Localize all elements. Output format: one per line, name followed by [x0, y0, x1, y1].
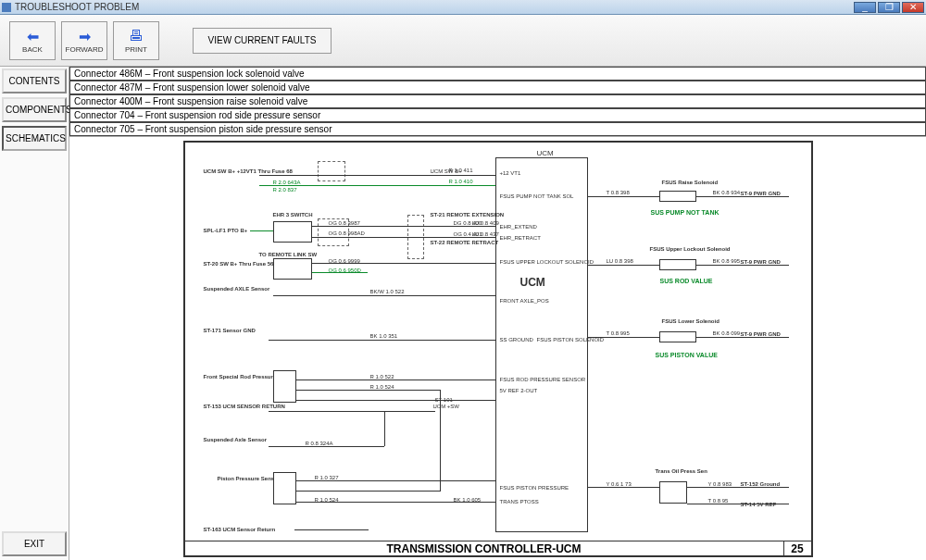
- sidebar: CONTENTS COMPONENTS SCHEMATICS EXIT: [0, 67, 69, 560]
- wire: [696, 265, 789, 266]
- wire: [259, 175, 495, 176]
- arrow-right-icon: ➡: [79, 27, 91, 45]
- wire: [588, 196, 659, 197]
- printer-icon: 🖶: [129, 27, 144, 45]
- wire: [687, 487, 789, 488]
- lower-sol-box: [659, 331, 696, 342]
- wire: [696, 196, 789, 197]
- v12-label: +12 VT1: [500, 170, 521, 177]
- wire-label: LU 0.8 398: [607, 258, 633, 265]
- arrow-left-icon: ⬅: [27, 27, 39, 45]
- rod-press-label: FSUS ROD PRESSURE SENSOR: [500, 377, 586, 383]
- sidebar-components[interactable]: COMPONENTS: [2, 97, 67, 122]
- sus-rod-text: SUS ROD VALUE: [660, 278, 713, 285]
- window-titlebar: TROUBLESHOOT PROBLEM _ ❐ ✕: [0, 0, 926, 15]
- wire-label: BK 0.8 934: [713, 190, 741, 196]
- sus-pump-text: SUS PUMP NOT TANK: [651, 209, 720, 217]
- wire-green: [250, 230, 273, 231]
- app-icon: [2, 3, 11, 12]
- sus-piston-text: SUS PISTON VALUE: [656, 352, 718, 359]
- maximize-button[interactable]: ❐: [878, 2, 900, 13]
- wire: [384, 411, 385, 446]
- wire: [296, 380, 495, 380]
- trans-oil-label: Trans Oil Press Sen: [656, 468, 707, 475]
- connector-row[interactable]: Connector 486M – Front suspension lock s…: [69, 67, 926, 81]
- wire-label: BK 1.0 351: [370, 333, 398, 340]
- wire-label: BK 0.8 099: [713, 330, 741, 337]
- connector-row[interactable]: Connector 705 – Front suspension piston …: [69, 122, 926, 136]
- schematic-drawing: UCM UCM UCM SW B+ +12VT1 Thru Fuse 68 EH…: [183, 141, 813, 557]
- ehr-switch-label: EHR 3 SWITCH: [273, 212, 313, 218]
- schematic-title-band: TRANSMISSION CONTROLLER-UCM 25: [185, 541, 811, 555]
- remote-link-label: TO REMOTE LINK SW: [259, 252, 318, 258]
- st21-label: ST-21 REMOTE EXTENSION: [431, 212, 505, 218]
- view-current-faults-button[interactable]: VIEW CURRENT FAULTS: [193, 28, 332, 54]
- schematic-viewport[interactable]: UCM UCM UCM SW B+ +12VT1 Thru Fuse 68 EH…: [69, 137, 926, 560]
- wire-label: LU 0.8 437: [472, 231, 499, 238]
- print-button[interactable]: 🖶 PRINT: [113, 21, 159, 60]
- wire-label: R 1.0 411: [449, 168, 473, 174]
- st22-label: ST-22 REMOTE RETRACT: [431, 240, 499, 246]
- connector-row[interactable]: Connector 400M – Front suspension raise …: [69, 94, 926, 108]
- ucm-label: UCM: [520, 277, 545, 289]
- close-button[interactable]: ✕: [902, 2, 924, 13]
- wire-label: OG 0.8 998AD: [329, 230, 365, 237]
- wire-label: T 0.8 95: [708, 498, 729, 504]
- back-button[interactable]: ⬅ BACK: [9, 21, 56, 60]
- wire-label: T 0.8 995: [607, 330, 630, 337]
- raise-sol-label: FSUS Raise Solenoid: [662, 180, 719, 186]
- wire-label: OG 0.6 950D: [329, 268, 361, 274]
- wire-label: R 1.0 522: [370, 374, 394, 380]
- schematic-title: TRANSMISSION CONTROLLER-UCM: [185, 541, 783, 555]
- st163-label: ST-163 UCM Sensor Return: [204, 527, 276, 533]
- ehr-ext-label: EHR_EXTEND: [500, 224, 537, 230]
- wire: [440, 390, 441, 492]
- wire-label: LU 0.8 409: [472, 220, 499, 227]
- sidebar-schematics[interactable]: SCHEMATICS: [2, 126, 67, 151]
- content-pane: Connector 486M – Front suspension lock s…: [69, 67, 926, 560]
- ucm-sw2-label: UCM +SW: [433, 404, 460, 410]
- wire-label: R 1.0 524: [370, 384, 394, 391]
- wire: [696, 337, 789, 338]
- wire-label: OG 0.6 9999: [329, 258, 360, 265]
- upper-lock-box: [659, 259, 696, 270]
- sidebar-exit[interactable]: EXIT: [2, 531, 67, 556]
- wire-label: BK/W 1.0 522: [370, 289, 405, 295]
- raise-sol-box: [659, 191, 696, 202]
- wire-label: OG 0.8 3987: [329, 220, 360, 227]
- connector-row[interactable]: Connector 704 – Front suspension rod sid…: [69, 108, 926, 122]
- spl-label: SPL-LF1 PTO B+: [204, 228, 248, 234]
- toolbar: ⬅ BACK ➡ FORWARD 🖶 PRINT VIEW CURRENT FA…: [0, 15, 926, 67]
- minimize-button[interactable]: _: [854, 2, 876, 13]
- remote-switch-box: [273, 258, 312, 280]
- wire-label: Y 0.6 1 73: [607, 481, 632, 488]
- piston-label: Piston Pressure Sensor: [218, 476, 281, 482]
- wire: [273, 295, 495, 296]
- piston-press-label: FSUS PISTON PRESSURE: [500, 485, 569, 492]
- wire-label: T 0.8 398: [607, 190, 630, 196]
- svg-rect-0: [2, 3, 11, 12]
- susp-axle2-label: Suspended Axle Sensor: [204, 437, 267, 443]
- wire: [588, 265, 659, 266]
- ucm-sw-label: UCM SW B+ +12VT1 Thru Fuse 68: [204, 168, 293, 175]
- axle-pos-label: FRONT AXLE_POS: [500, 298, 549, 305]
- wire-label: R 2.0 643A: [273, 180, 301, 186]
- sidebar-contents[interactable]: CONTENTS: [2, 68, 67, 93]
- trans-oil-box: [659, 481, 687, 504]
- wire: [269, 340, 495, 341]
- connector-row[interactable]: Connector 487M – Front suspension lower …: [69, 81, 926, 94]
- forward-button[interactable]: ➡ FORWARD: [61, 21, 107, 60]
- window-title: TROUBLESHOOT PROBLEM: [15, 2, 854, 12]
- wire-label: R 0.8 324A: [306, 441, 333, 447]
- rod-sensor-box: [273, 370, 296, 403]
- pump-label: FSUS PUMP NOT TANK SOL: [500, 193, 574, 200]
- upper-lock-label: FSUS Upper Lockout Solenoid: [650, 246, 731, 253]
- ehr-ret-label: EHR_RETRACT: [500, 235, 541, 242]
- lower-sol-label: FSUS Lower Solenoid: [662, 318, 720, 325]
- wire-label: R 2.0 837: [273, 187, 297, 193]
- wire: [588, 337, 659, 338]
- wire-label: Y 0.8 983: [708, 481, 732, 488]
- connector-table: Connector 486M – Front suspension lock s…: [69, 67, 926, 137]
- wire: [296, 491, 440, 492]
- ehr-switch-box: [273, 221, 312, 243]
